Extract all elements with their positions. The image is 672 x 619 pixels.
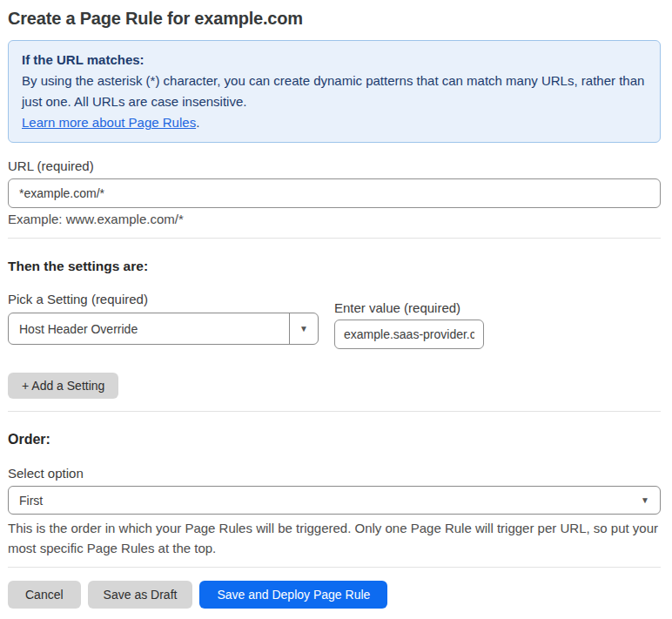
chevron-down-icon: ▼	[299, 325, 308, 333]
divider	[8, 411, 661, 412]
setting-select-arrow-cell[interactable]: ▼	[289, 313, 318, 344]
order-help-text: This is the order in which your Page Rul…	[8, 518, 661, 558]
learn-more-page-rules-link[interactable]: Learn more about Page Rules	[22, 115, 196, 130]
form-actions: Cancel Save as Draft Save and Deploy Pag…	[8, 581, 661, 609]
setting-value-input[interactable]	[334, 320, 484, 349]
order-select-label: Select option	[8, 467, 661, 481]
url-label: URL (required)	[8, 159, 661, 173]
enter-value-column: Enter value (required)	[334, 301, 484, 349]
url-match-info-box: If the URL matches: By using the asteris…	[8, 40, 661, 143]
setting-select[interactable]: Host Header Override ▼	[8, 313, 319, 345]
order-section-heading: Order:	[8, 433, 661, 447]
pick-setting-column: Pick a Setting (required) Host Header Ov…	[8, 293, 319, 345]
settings-section-heading: Then the settings are:	[8, 259, 661, 273]
url-example-text: Example: www.example.com/*	[8, 212, 661, 226]
create-page-rule-form: Create a Page Rule for example.com If th…	[8, 8, 661, 609]
order-select[interactable]: First ▼	[8, 486, 661, 515]
cancel-button[interactable]: Cancel	[8, 581, 81, 609]
setting-row: Pick a Setting (required) Host Header Ov…	[8, 293, 661, 349]
info-box-body: By using the asterisk (*) character, you…	[22, 71, 647, 112]
add-setting-button[interactable]: + Add a Setting	[8, 373, 118, 399]
order-select-value: First	[9, 494, 43, 508]
divider	[8, 567, 661, 568]
divider	[8, 238, 661, 239]
page-title: Create a Page Rule for example.com	[8, 8, 661, 29]
chevron-down-icon: ▼	[641, 487, 649, 514]
save-and-deploy-button[interactable]: Save and Deploy Page Rule	[199, 581, 387, 609]
info-box-heading: If the URL matches:	[22, 50, 647, 71]
url-input[interactable]	[8, 178, 661, 208]
pick-setting-label: Pick a Setting (required)	[8, 293, 319, 306]
save-as-draft-button[interactable]: Save as Draft	[88, 581, 193, 609]
info-box-link-line: Learn more about Page Rules.	[22, 112, 647, 133]
link-suffix-period: .	[196, 115, 199, 130]
enter-value-label: Enter value (required)	[334, 301, 484, 315]
setting-select-value: Host Header Override	[9, 322, 138, 336]
